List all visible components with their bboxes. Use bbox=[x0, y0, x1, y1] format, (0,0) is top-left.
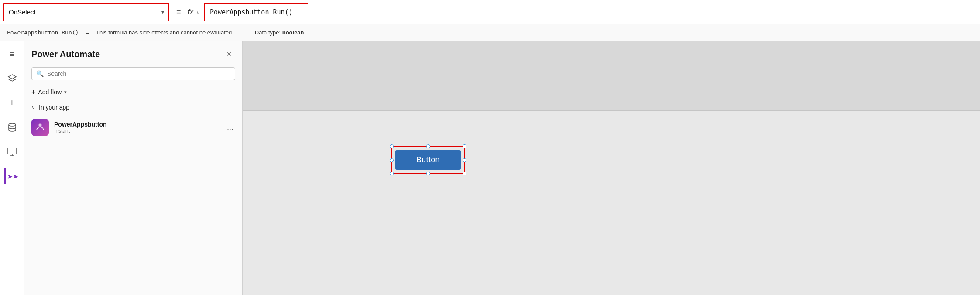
side-panel: Power Automate × 🔍 + Add flow ▾ ∨ In you… bbox=[24, 41, 243, 295]
menu-icon[interactable]: ≡ bbox=[4, 46, 20, 62]
canvas-button-container: Button bbox=[391, 146, 465, 174]
info-message: This formula has side effects and cannot… bbox=[96, 29, 233, 36]
formula-ref: PowerAppsbutton.Run() bbox=[7, 29, 79, 36]
handle-mid-right[interactable] bbox=[463, 158, 466, 162]
add-flow-chevron-icon: ▾ bbox=[64, 89, 67, 95]
handle-bottom-left[interactable] bbox=[390, 172, 394, 175]
flow-icon bbox=[31, 119, 49, 136]
section-label: In your app bbox=[39, 104, 69, 111]
button-selection-box: Button bbox=[391, 146, 465, 174]
equals-sign: = bbox=[173, 7, 185, 17]
formula-bar: OnSelect ▾ = fx ∨ PowerAppsbutton.Run() bbox=[0, 0, 980, 24]
info-bar: PowerAppsbutton.Run() = This formula has… bbox=[0, 24, 980, 41]
search-icon: 🔍 bbox=[36, 70, 44, 77]
svg-point-6 bbox=[39, 124, 41, 127]
screen-icon[interactable] bbox=[4, 144, 20, 160]
handle-mid-left[interactable] bbox=[390, 158, 394, 162]
chevron-down-icon: ▾ bbox=[161, 9, 164, 15]
add-flow-label: Add flow bbox=[38, 89, 62, 96]
database-icon[interactable] bbox=[4, 120, 20, 135]
svg-rect-2 bbox=[8, 148, 17, 154]
power-automate-panel-icon[interactable]: ➤➤ bbox=[4, 168, 20, 184]
search-box[interactable]: 🔍 bbox=[31, 67, 235, 80]
section-header[interactable]: ∨ In your app bbox=[31, 104, 235, 111]
fx-icon: fx bbox=[188, 8, 193, 16]
section-chevron-icon: ∨ bbox=[31, 104, 35, 110]
flow-list-item[interactable]: PowerAppsbutton Instant ... bbox=[31, 115, 235, 140]
handle-top-left[interactable] bbox=[390, 144, 394, 148]
canvas-area: Button bbox=[243, 41, 980, 295]
formula-input[interactable]: PowerAppsbutton.Run() bbox=[204, 3, 308, 21]
plus-icon: + bbox=[31, 88, 35, 96]
handle-bottom-right[interactable] bbox=[463, 172, 466, 175]
panel-title: Power Automate bbox=[31, 49, 100, 59]
fx-separator: ∨ bbox=[196, 9, 200, 16]
search-input[interactable] bbox=[47, 70, 230, 77]
canvas-button[interactable]: Button bbox=[395, 150, 461, 170]
flow-type: Instant bbox=[54, 128, 220, 134]
handle-top-right[interactable] bbox=[463, 144, 466, 148]
svg-marker-0 bbox=[8, 75, 16, 79]
flow-more-button[interactable]: ... bbox=[225, 123, 235, 132]
info-separator bbox=[244, 28, 244, 37]
handle-top-center[interactable] bbox=[426, 144, 430, 148]
add-flow-button[interactable]: + Add flow ▾ bbox=[31, 86, 235, 98]
data-type-label: Data type: boolean bbox=[255, 29, 304, 36]
close-button[interactable]: × bbox=[223, 48, 235, 60]
flow-info: PowerAppsbutton Instant bbox=[54, 121, 220, 134]
svg-point-1 bbox=[9, 123, 16, 126]
property-selector[interactable]: OnSelect ▾ bbox=[3, 3, 169, 21]
add-shape-icon[interactable]: + bbox=[4, 95, 20, 111]
handle-bottom-center[interactable] bbox=[426, 172, 430, 175]
vertical-toolbar: ≡ + ➤➤ bbox=[0, 41, 24, 295]
main-content: ≡ + ➤➤ Power Au bbox=[0, 41, 980, 295]
panel-header: Power Automate × bbox=[31, 48, 235, 60]
flow-name: PowerAppsbutton bbox=[54, 121, 220, 128]
fx-area: fx ∨ bbox=[188, 8, 200, 16]
canvas-upper-zone bbox=[243, 41, 980, 111]
info-equals: = bbox=[82, 29, 93, 36]
property-name: OnSelect bbox=[9, 8, 36, 16]
layers-icon[interactable] bbox=[4, 71, 20, 86]
